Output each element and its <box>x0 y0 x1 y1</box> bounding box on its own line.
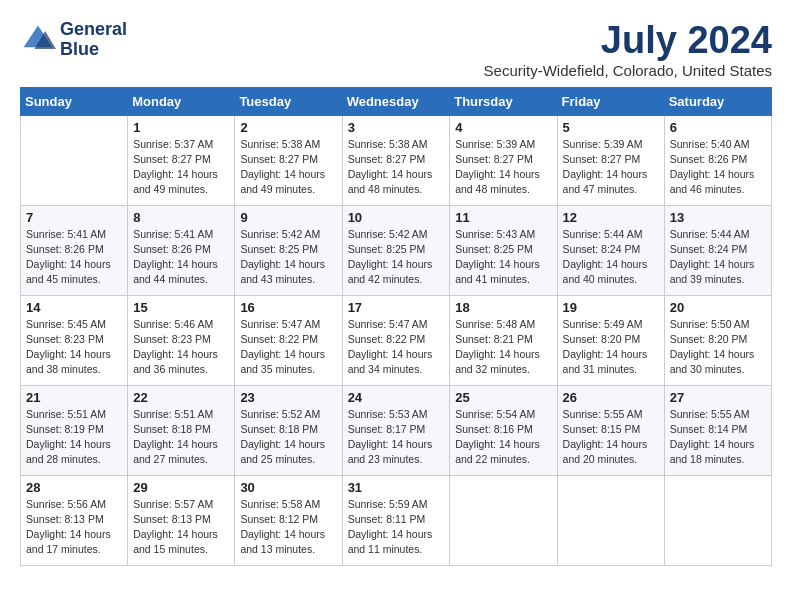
day-info: Sunrise: 5:51 AM Sunset: 8:18 PM Dayligh… <box>133 407 229 468</box>
day-cell: 10Sunrise: 5:42 AM Sunset: 8:25 PM Dayli… <box>342 205 450 295</box>
day-cell: 7Sunrise: 5:41 AM Sunset: 8:26 PM Daylig… <box>21 205 128 295</box>
day-info: Sunrise: 5:50 AM Sunset: 8:20 PM Dayligh… <box>670 317 766 378</box>
day-number: 24 <box>348 390 445 405</box>
day-info: Sunrise: 5:52 AM Sunset: 8:18 PM Dayligh… <box>240 407 336 468</box>
day-info: Sunrise: 5:56 AM Sunset: 8:13 PM Dayligh… <box>26 497 122 558</box>
day-number: 14 <box>26 300 122 315</box>
day-info: Sunrise: 5:38 AM Sunset: 8:27 PM Dayligh… <box>348 137 445 198</box>
location-title: Security-Widefield, Colorado, United Sta… <box>484 62 772 79</box>
month-title: July 2024 <box>484 20 772 62</box>
day-info: Sunrise: 5:54 AM Sunset: 8:16 PM Dayligh… <box>455 407 551 468</box>
day-cell: 27Sunrise: 5:55 AM Sunset: 8:14 PM Dayli… <box>664 385 771 475</box>
day-number: 16 <box>240 300 336 315</box>
day-cell: 31Sunrise: 5:59 AM Sunset: 8:11 PM Dayli… <box>342 475 450 565</box>
header-saturday: Saturday <box>664 87 771 115</box>
title-area: July 2024 Security-Widefield, Colorado, … <box>484 20 772 79</box>
day-number: 22 <box>133 390 229 405</box>
day-cell: 17Sunrise: 5:47 AM Sunset: 8:22 PM Dayli… <box>342 295 450 385</box>
day-info: Sunrise: 5:39 AM Sunset: 8:27 PM Dayligh… <box>563 137 659 198</box>
day-cell: 21Sunrise: 5:51 AM Sunset: 8:19 PM Dayli… <box>21 385 128 475</box>
day-cell: 22Sunrise: 5:51 AM Sunset: 8:18 PM Dayli… <box>128 385 235 475</box>
day-info: Sunrise: 5:58 AM Sunset: 8:12 PM Dayligh… <box>240 497 336 558</box>
day-info: Sunrise: 5:42 AM Sunset: 8:25 PM Dayligh… <box>348 227 445 288</box>
day-info: Sunrise: 5:43 AM Sunset: 8:25 PM Dayligh… <box>455 227 551 288</box>
day-number: 20 <box>670 300 766 315</box>
day-cell: 9Sunrise: 5:42 AM Sunset: 8:25 PM Daylig… <box>235 205 342 295</box>
page-header: General Blue July 2024 Security-Widefiel… <box>20 20 772 79</box>
day-info: Sunrise: 5:53 AM Sunset: 8:17 PM Dayligh… <box>348 407 445 468</box>
day-number: 25 <box>455 390 551 405</box>
day-cell: 14Sunrise: 5:45 AM Sunset: 8:23 PM Dayli… <box>21 295 128 385</box>
day-cell <box>21 115 128 205</box>
day-number: 28 <box>26 480 122 495</box>
day-cell: 24Sunrise: 5:53 AM Sunset: 8:17 PM Dayli… <box>342 385 450 475</box>
week-row-2: 7Sunrise: 5:41 AM Sunset: 8:26 PM Daylig… <box>21 205 772 295</box>
day-cell: 8Sunrise: 5:41 AM Sunset: 8:26 PM Daylig… <box>128 205 235 295</box>
day-cell: 1Sunrise: 5:37 AM Sunset: 8:27 PM Daylig… <box>128 115 235 205</box>
day-cell <box>664 475 771 565</box>
day-info: Sunrise: 5:55 AM Sunset: 8:15 PM Dayligh… <box>563 407 659 468</box>
day-number: 8 <box>133 210 229 225</box>
day-info: Sunrise: 5:37 AM Sunset: 8:27 PM Dayligh… <box>133 137 229 198</box>
logo-text: General Blue <box>60 20 127 60</box>
week-row-4: 21Sunrise: 5:51 AM Sunset: 8:19 PM Dayli… <box>21 385 772 475</box>
day-cell: 26Sunrise: 5:55 AM Sunset: 8:15 PM Dayli… <box>557 385 664 475</box>
day-number: 18 <box>455 300 551 315</box>
day-info: Sunrise: 5:47 AM Sunset: 8:22 PM Dayligh… <box>348 317 445 378</box>
day-info: Sunrise: 5:48 AM Sunset: 8:21 PM Dayligh… <box>455 317 551 378</box>
day-cell: 12Sunrise: 5:44 AM Sunset: 8:24 PM Dayli… <box>557 205 664 295</box>
day-cell: 2Sunrise: 5:38 AM Sunset: 8:27 PM Daylig… <box>235 115 342 205</box>
day-info: Sunrise: 5:47 AM Sunset: 8:22 PM Dayligh… <box>240 317 336 378</box>
week-row-1: 1Sunrise: 5:37 AM Sunset: 8:27 PM Daylig… <box>21 115 772 205</box>
day-info: Sunrise: 5:44 AM Sunset: 8:24 PM Dayligh… <box>670 227 766 288</box>
day-number: 2 <box>240 120 336 135</box>
day-cell: 20Sunrise: 5:50 AM Sunset: 8:20 PM Dayli… <box>664 295 771 385</box>
day-info: Sunrise: 5:40 AM Sunset: 8:26 PM Dayligh… <box>670 137 766 198</box>
day-number: 19 <box>563 300 659 315</box>
day-number: 13 <box>670 210 766 225</box>
day-number: 6 <box>670 120 766 135</box>
day-cell: 28Sunrise: 5:56 AM Sunset: 8:13 PM Dayli… <box>21 475 128 565</box>
header-wednesday: Wednesday <box>342 87 450 115</box>
day-info: Sunrise: 5:55 AM Sunset: 8:14 PM Dayligh… <box>670 407 766 468</box>
day-info: Sunrise: 5:42 AM Sunset: 8:25 PM Dayligh… <box>240 227 336 288</box>
day-cell: 29Sunrise: 5:57 AM Sunset: 8:13 PM Dayli… <box>128 475 235 565</box>
header-monday: Monday <box>128 87 235 115</box>
day-number: 7 <box>26 210 122 225</box>
day-info: Sunrise: 5:57 AM Sunset: 8:13 PM Dayligh… <box>133 497 229 558</box>
day-number: 26 <box>563 390 659 405</box>
day-cell: 3Sunrise: 5:38 AM Sunset: 8:27 PM Daylig… <box>342 115 450 205</box>
day-info: Sunrise: 5:45 AM Sunset: 8:23 PM Dayligh… <box>26 317 122 378</box>
logo-icon <box>20 22 56 58</box>
week-row-5: 28Sunrise: 5:56 AM Sunset: 8:13 PM Dayli… <box>21 475 772 565</box>
day-number: 15 <box>133 300 229 315</box>
header-tuesday: Tuesday <box>235 87 342 115</box>
day-number: 3 <box>348 120 445 135</box>
day-cell <box>450 475 557 565</box>
day-info: Sunrise: 5:38 AM Sunset: 8:27 PM Dayligh… <box>240 137 336 198</box>
day-number: 30 <box>240 480 336 495</box>
day-cell: 18Sunrise: 5:48 AM Sunset: 8:21 PM Dayli… <box>450 295 557 385</box>
day-info: Sunrise: 5:46 AM Sunset: 8:23 PM Dayligh… <box>133 317 229 378</box>
day-cell: 6Sunrise: 5:40 AM Sunset: 8:26 PM Daylig… <box>664 115 771 205</box>
header-thursday: Thursday <box>450 87 557 115</box>
day-number: 17 <box>348 300 445 315</box>
day-info: Sunrise: 5:44 AM Sunset: 8:24 PM Dayligh… <box>563 227 659 288</box>
day-number: 10 <box>348 210 445 225</box>
day-number: 23 <box>240 390 336 405</box>
day-cell <box>557 475 664 565</box>
day-info: Sunrise: 5:41 AM Sunset: 8:26 PM Dayligh… <box>133 227 229 288</box>
header-friday: Friday <box>557 87 664 115</box>
day-info: Sunrise: 5:41 AM Sunset: 8:26 PM Dayligh… <box>26 227 122 288</box>
day-number: 12 <box>563 210 659 225</box>
day-cell: 4Sunrise: 5:39 AM Sunset: 8:27 PM Daylig… <box>450 115 557 205</box>
day-number: 29 <box>133 480 229 495</box>
day-cell: 13Sunrise: 5:44 AM Sunset: 8:24 PM Dayli… <box>664 205 771 295</box>
day-cell: 15Sunrise: 5:46 AM Sunset: 8:23 PM Dayli… <box>128 295 235 385</box>
header-sunday: Sunday <box>21 87 128 115</box>
day-cell: 11Sunrise: 5:43 AM Sunset: 8:25 PM Dayli… <box>450 205 557 295</box>
calendar-table: SundayMondayTuesdayWednesdayThursdayFrid… <box>20 87 772 566</box>
day-info: Sunrise: 5:59 AM Sunset: 8:11 PM Dayligh… <box>348 497 445 558</box>
day-cell: 16Sunrise: 5:47 AM Sunset: 8:22 PM Dayli… <box>235 295 342 385</box>
day-number: 5 <box>563 120 659 135</box>
